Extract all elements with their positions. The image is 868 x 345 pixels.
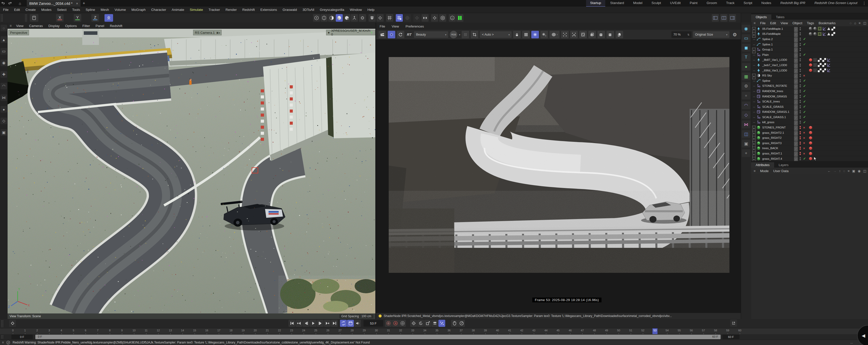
enabled-check-icon[interactable]: ✓ (803, 115, 806, 120)
menu-window[interactable]: Window (350, 8, 362, 11)
add-keyframe-button[interactable] (9, 320, 16, 327)
ruler-frame-25[interactable]: 25 (314, 329, 317, 332)
rs-tag-icon[interactable] (809, 131, 812, 134)
flag-tag-icon[interactable] (822, 27, 826, 31)
search-icon[interactable]: ◌ (850, 21, 852, 25)
shading-quick-icon[interactable] (328, 14, 335, 22)
checker-tag-icon[interactable] (818, 63, 822, 67)
menu-spline[interactable]: Spline (86, 8, 95, 11)
brush-tool-icon[interactable]: ● (0, 106, 7, 113)
object-name[interactable]: grass_RIGHT2 (762, 135, 782, 140)
ruler-frame-6[interactable]: 6 (85, 329, 86, 332)
ruler-frame-48[interactable]: 48 (593, 329, 596, 332)
disabled-x-icon[interactable]: × (803, 135, 805, 140)
object-row[interactable]: –SCALE_trees∕✓ (751, 99, 868, 104)
undo-icon[interactable] (0, 0, 6, 6)
visibility-dots[interactable] (800, 151, 801, 156)
rings-icon[interactable] (404, 14, 411, 22)
ruler-frame-4[interactable]: 4 (61, 329, 62, 332)
axis-y-button[interactable]: Y (74, 14, 81, 22)
mat-tag-icon[interactable] (809, 32, 812, 36)
object-row[interactable]: –_8b87_Var1_LOD0∕ (751, 58, 868, 63)
record-key-button[interactable] (385, 320, 392, 327)
layout-tab-script[interactable]: Script (740, 0, 756, 7)
visibility-dots[interactable] (800, 84, 801, 89)
instance-icon[interactable]: ◫ (742, 130, 750, 138)
view-label[interactable]: Perspective (8, 30, 29, 35)
symmetry-icon[interactable] (422, 14, 429, 22)
menu-bookmarks[interactable]: Bookmarks (818, 21, 836, 25)
ruler-frame-14[interactable]: 14 (181, 329, 184, 332)
toolbar-grip[interactable] (25, 14, 27, 22)
key-scale-button[interactable] (424, 320, 431, 327)
jump-end-button[interactable] (331, 320, 338, 327)
visibility-dots[interactable] (800, 89, 801, 94)
next-frame-button[interactable] (317, 320, 323, 327)
treeimg-tag-icon[interactable] (818, 27, 822, 31)
camera-icon[interactable]: ▣ (742, 140, 750, 147)
ruler-frame-46[interactable]: 46 (569, 329, 572, 332)
hamburger-icon[interactable]: ≡ (2, 341, 4, 344)
menu-tracker[interactable]: Tracker (209, 8, 220, 11)
menu-display[interactable]: Display (49, 24, 60, 28)
redo-icon[interactable] (6, 0, 13, 6)
object-row[interactable]: –SCALE_GRASS∕✓ (751, 104, 868, 109)
next-key-button[interactable] (324, 320, 331, 327)
mouse-b-button[interactable] (458, 320, 465, 327)
flag-tag-icon[interactable] (827, 63, 831, 67)
arc-icon[interactable]: ◠ (742, 101, 750, 109)
disabled-x-icon[interactable]: × (803, 130, 805, 135)
close-tab-icon[interactable]: × (76, 1, 78, 5)
rectangle-select-icon[interactable]: ▭ (0, 48, 7, 55)
enabled-check-icon[interactable]: ✓ (803, 94, 806, 99)
tab-layers[interactable]: Layers (774, 162, 793, 167)
menu-edit[interactable]: Edit (770, 21, 776, 25)
hatch-icon[interactable] (579, 31, 587, 38)
add-snapshot-icon[interactable] (597, 31, 605, 38)
object-name[interactable]: grass_RIGHT3 (762, 140, 782, 146)
lock-icon[interactable]: ▣ (852, 169, 855, 173)
flag-tag-icon[interactable] (822, 32, 826, 36)
tri-tag-icon[interactable] (827, 27, 831, 31)
layout-tab-standard[interactable]: Standard (606, 0, 628, 7)
menu-redshift[interactable]: Redshift (110, 24, 122, 28)
object-name[interactable]: _8b87_Var1_LOD0 (762, 58, 787, 63)
prev-frame-button[interactable] (303, 320, 309, 327)
layout-tab-redshift-one-screen-layout[interactable]: Redshift One-Screen Layout (810, 0, 862, 7)
object-row[interactable]: –Spline.2∕✓ (751, 37, 868, 42)
object-row[interactable]: +grass_RIGHT.4∕✓ (751, 156, 868, 161)
flag-tag-icon[interactable] (827, 68, 831, 72)
disabled-x-icon[interactable]: × (803, 125, 805, 130)
rings-gear-icon[interactable] (413, 14, 421, 22)
external-icon[interactable]: ◫ (863, 21, 866, 25)
visibility-dots[interactable] (800, 109, 801, 115)
home-icon[interactable]: ⌂ (17, 0, 23, 6)
axis-x-button[interactable]: X (56, 14, 64, 22)
ruler-frame-28[interactable]: 28 (350, 329, 353, 332)
object-name[interactable]: Spline (762, 78, 770, 83)
visibility-dots[interactable] (800, 68, 801, 73)
visibility-dots[interactable] (800, 63, 801, 68)
visibility-dots[interactable] (800, 78, 801, 83)
disabled-x-icon[interactable]: × (803, 73, 805, 78)
ruler-frame-56[interactable]: 56 (690, 329, 693, 332)
ruler-frame-5[interactable]: 5 (73, 329, 74, 332)
viewport-panel[interactable]: ≡ ViewCamerasDisplayOptionsFilterPanelRe… (7, 23, 375, 319)
menu-character[interactable]: Character (151, 8, 166, 11)
enabled-check-icon[interactable]: ✓ (803, 89, 806, 94)
menu-object[interactable]: Object (793, 21, 802, 25)
ruler-frame-27[interactable]: 27 (338, 329, 341, 332)
channel-caret-icon[interactable]: ▾ (459, 33, 460, 36)
grid-lock-icon[interactable] (396, 14, 403, 22)
visibility-dots[interactable] (800, 156, 801, 161)
ruler-frame-15[interactable]: 15 (193, 329, 196, 332)
external-icon[interactable]: ◫ (863, 169, 866, 173)
ruler-frame-44[interactable]: 44 (545, 329, 548, 332)
ruler-frame-23[interactable]: 23 (290, 329, 293, 332)
mirror-tool-icon[interactable]: ⋈ (0, 94, 7, 101)
visibility-dots[interactable] (800, 52, 801, 57)
ruler-frame-1[interactable]: 1 (24, 329, 26, 332)
visibility-dots[interactable] (800, 146, 801, 151)
menu-simulate[interactable]: Simulate (190, 8, 203, 11)
menu-volume[interactable]: Volume (115, 8, 126, 11)
